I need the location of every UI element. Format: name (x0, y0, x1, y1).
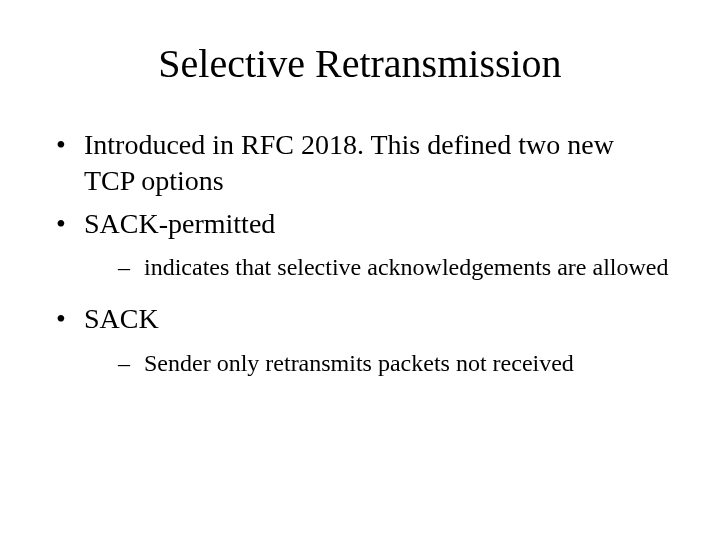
bullet-item: SACK-permitted indicates that selective … (50, 206, 670, 284)
bullet-text: Introduced in RFC 2018. This defined two… (84, 129, 614, 196)
bullet-item: Introduced in RFC 2018. This defined two… (50, 127, 670, 200)
sub-bullet-list: Sender only retransmits packets not rece… (84, 348, 670, 379)
sub-bullet-text: indicates that selective acknowledgement… (144, 254, 668, 280)
sub-bullet-list: indicates that selective acknowledgement… (84, 252, 670, 283)
bullet-item: SACK Sender only retransmits packets not… (50, 301, 670, 379)
bullet-text: SACK (84, 303, 159, 334)
sub-bullet-item: indicates that selective acknowledgement… (84, 252, 670, 283)
sub-bullet-text: Sender only retransmits packets not rece… (144, 350, 574, 376)
bullet-list: Introduced in RFC 2018. This defined two… (50, 127, 670, 379)
slide: Selective Retransmission Introduced in R… (0, 0, 720, 540)
bullet-text: SACK-permitted (84, 208, 275, 239)
sub-bullet-item: Sender only retransmits packets not rece… (84, 348, 670, 379)
slide-title: Selective Retransmission (50, 40, 670, 87)
